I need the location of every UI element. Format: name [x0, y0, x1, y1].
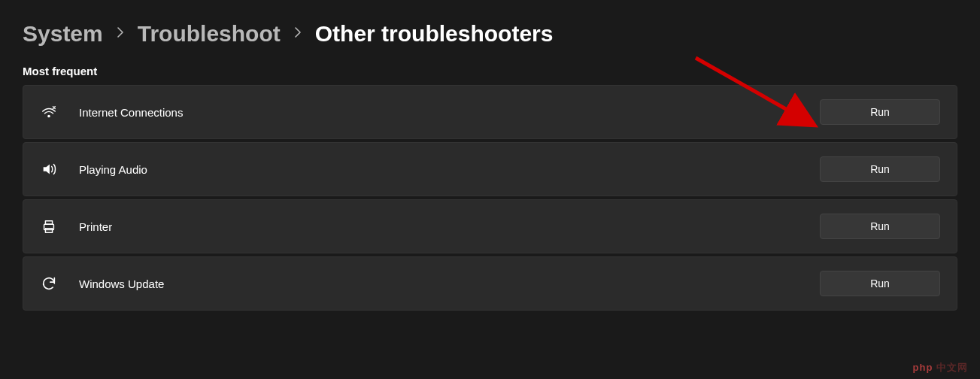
troubleshooter-label: Playing Audio [79, 163, 799, 176]
troubleshooter-label: Windows Update [79, 277, 799, 290]
breadcrumb: System Troubleshoot Other troubleshooter… [23, 21, 957, 47]
update-icon [40, 274, 58, 293]
svg-rect-3 [45, 229, 52, 233]
svg-point-0 [48, 115, 50, 117]
section-title: Most frequent [23, 65, 957, 77]
run-button[interactable]: Run [820, 271, 940, 296]
breadcrumb-system[interactable]: System [23, 21, 103, 47]
watermark: php 中文网 [913, 361, 968, 374]
troubleshooter-windows-update: Windows Update Run [23, 256, 957, 311]
run-button[interactable]: Run [820, 99, 940, 125]
run-button[interactable]: Run [820, 214, 940, 239]
troubleshooter-playing-audio: Playing Audio Run [23, 142, 957, 196]
troubleshooter-list: Internet Connections Run Playing Audio R… [23, 85, 957, 311]
troubleshooter-label: Internet Connections [79, 106, 799, 119]
troubleshooter-printer: Printer Run [23, 199, 957, 253]
troubleshooter-label: Printer [79, 220, 799, 233]
printer-icon [40, 217, 58, 235]
chevron-right-icon [117, 27, 124, 41]
wifi-tool-icon [40, 103, 58, 121]
breadcrumb-troubleshoot[interactable]: Troubleshoot [138, 21, 281, 47]
svg-rect-2 [45, 221, 52, 225]
breadcrumb-current: Other troubleshooters [315, 21, 554, 47]
run-button[interactable]: Run [820, 156, 940, 182]
chevron-right-icon [294, 27, 302, 41]
audio-icon [40, 160, 58, 178]
troubleshooter-internet-connections: Internet Connections Run [23, 85, 957, 139]
